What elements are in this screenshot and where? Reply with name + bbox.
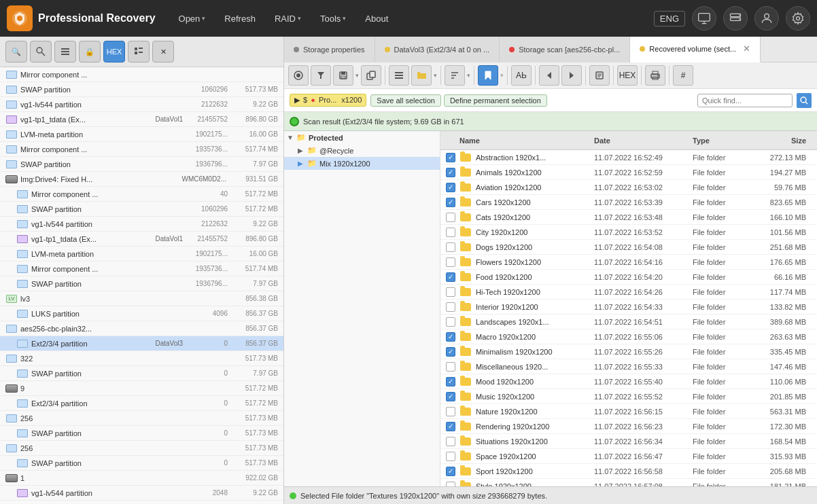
- checkbox-2[interactable]: [446, 183, 455, 192]
- path-folder-btn[interactable]: ▶ $ ● Pro... x1200: [290, 94, 366, 107]
- left-list-item[interactable]: aes256-cbc-plain32... 856.37 GB: [0, 321, 283, 336]
- menu-about[interactable]: About: [358, 10, 395, 28]
- left-list-item[interactable]: Mirror component ... 1935736... 517.74 M…: [0, 262, 283, 276]
- table-row[interactable]: Interior 1920x1200 11.07.2022 16:54:33 F…: [440, 300, 817, 314]
- left-list-item[interactable]: 256 517.73 MB: [0, 441, 283, 456]
- row-checkbox-7[interactable]: [446, 257, 459, 267]
- left-list-item[interactable]: Img:Drive4: Fixed H... WMC6M0D2... 931.5…: [0, 172, 283, 187]
- row-checkbox-16[interactable]: [446, 392, 459, 401]
- menu-raid[interactable]: RAID▾: [268, 10, 308, 28]
- table-row[interactable]: Landscapes 1920x1... 11.07.2022 16:54:51…: [440, 314, 817, 329]
- left-lock-btn[interactable]: 🔒: [79, 41, 101, 62]
- table-row[interactable]: Minimalism 1920x1200 11.07.2022 16:55:26…: [440, 344, 817, 359]
- rt-select-all[interactable]: [288, 65, 309, 86]
- row-checkbox-4[interactable]: [446, 213, 459, 222]
- row-checkbox-17[interactable]: [446, 407, 459, 416]
- table-row[interactable]: Mood 1920x1200 11.07.2022 16:55:40 File …: [440, 374, 817, 389]
- row-checkbox-0[interactable]: [446, 153, 459, 162]
- table-row[interactable]: Sport 1920x1200 11.07.2022 16:56:58 File…: [440, 464, 817, 479]
- checkbox-9[interactable]: [446, 287, 455, 297]
- left-list-item[interactable]: LV lv3 856.38 GB: [0, 291, 283, 306]
- table-row[interactable]: Music 1920x1200 11.07.2022 16:55:52 File…: [440, 389, 817, 404]
- table-row[interactable]: Flowers 1920x1200 11.07.2022 16:54:16 Fi…: [440, 255, 817, 270]
- row-checkbox-1[interactable]: [446, 168, 459, 177]
- checkbox-1[interactable]: [446, 168, 455, 177]
- rt-search-text[interactable]: АЬ: [511, 65, 532, 86]
- table-row[interactable]: Cats 1920x1200 11.07.2022 16:53:48 File …: [440, 210, 817, 225]
- monitor-icon-btn[interactable]: [692, 6, 716, 31]
- left-list-item[interactable]: SWAP partition 0 517.73 MB: [0, 456, 283, 471]
- row-checkbox-21[interactable]: [446, 467, 459, 476]
- checkbox-0[interactable]: [446, 153, 455, 162]
- checkbox-21[interactable]: [446, 467, 455, 476]
- checkbox-11[interactable]: [446, 317, 455, 327]
- table-row[interactable]: City 1920x1200 11.07.2022 16:53:52 File …: [440, 225, 817, 240]
- row-checkbox-11[interactable]: [446, 317, 459, 327]
- left-search-btn[interactable]: 🔍: [5, 41, 27, 62]
- row-checkbox-18[interactable]: [446, 422, 459, 431]
- tree-item-mix[interactable]: ▶ 📁 Mix 1920x1200: [284, 157, 440, 170]
- rt-sort[interactable]: [445, 65, 465, 86]
- left-list-item[interactable]: Ext2/3/4 partition 0 517.72 MB: [0, 396, 283, 411]
- left-view-btn[interactable]: [54, 41, 76, 62]
- left-list-item[interactable]: SWAP partition 0 7.97 GB: [0, 366, 283, 381]
- left-list-item[interactable]: SWAP partition 1060296 517.72 MB: [0, 202, 283, 217]
- rt-print[interactable]: [645, 65, 665, 86]
- checkbox-12[interactable]: [446, 332, 455, 342]
- checkbox-18[interactable]: [446, 422, 455, 431]
- checkbox-17[interactable]: [446, 407, 455, 416]
- tree-item-recycle[interactable]: ▶ 📁 @Recycle: [284, 144, 440, 157]
- menu-open[interactable]: Open▾: [172, 10, 213, 28]
- rt-next[interactable]: [561, 65, 582, 86]
- left-list-item[interactable]: LUKS partition 4096 856.37 GB: [0, 306, 283, 321]
- checkbox-8[interactable]: [446, 272, 455, 282]
- row-checkbox-20[interactable]: [446, 452, 459, 461]
- row-checkbox-12[interactable]: [446, 332, 459, 342]
- menu-refresh[interactable]: Refresh: [218, 10, 262, 28]
- left-list-item[interactable]: vg1-tp1_tdata (Ex... DataVol1 21455752 8…: [0, 232, 283, 247]
- left-list-item[interactable]: SWAP partition 1060296 517.73 MB: [0, 82, 283, 97]
- rt-list-view[interactable]: [389, 65, 409, 86]
- checkbox-15[interactable]: [446, 377, 455, 386]
- checkbox-19[interactable]: [446, 437, 455, 446]
- row-checkbox-10[interactable]: [446, 302, 459, 312]
- left-list-item[interactable]: Mirror component ...: [0, 67, 283, 82]
- table-row[interactable]: Situations 1920x1200 11.07.2022 16:56:34…: [440, 434, 817, 449]
- row-checkbox-22[interactable]: [446, 482, 459, 487]
- left-list-item[interactable]: 256 517.73 MB: [0, 411, 283, 426]
- tab-recovered[interactable]: Recovered volume (sect... ✕: [630, 37, 761, 62]
- checkbox-14[interactable]: [446, 362, 455, 372]
- left-hex-btn[interactable]: HEX: [103, 41, 125, 62]
- save-all-selection-btn[interactable]: Save all selection: [370, 94, 441, 107]
- row-checkbox-5[interactable]: [446, 228, 459, 237]
- tab-close-recovered[interactable]: ✕: [743, 43, 750, 54]
- left-close-btn[interactable]: ✕: [152, 41, 174, 62]
- table-row[interactable]: Food 1920x1200 11.07.2022 16:54:20 File …: [440, 270, 817, 285]
- row-checkbox-6[interactable]: [446, 242, 459, 252]
- left-list-item[interactable]: vg1-tp1_tdata (Ex... DataVol1 21455752 8…: [0, 112, 283, 127]
- row-checkbox-2[interactable]: [446, 183, 459, 192]
- row-checkbox-15[interactable]: [446, 377, 459, 386]
- left-list-item[interactable]: 322 517.73 MB: [0, 351, 283, 366]
- checkbox-7[interactable]: [446, 257, 455, 267]
- row-checkbox-13[interactable]: [446, 347, 459, 357]
- left-filter-btn[interactable]: [30, 41, 52, 62]
- left-list-item[interactable]: 1 922.02 GB: [0, 471, 283, 486]
- tree-root[interactable]: ▼ 📁 Protected: [284, 131, 440, 144]
- checkbox-13[interactable]: [446, 347, 455, 357]
- rt-properties[interactable]: [589, 65, 610, 86]
- user-icon-btn[interactable]: [754, 6, 779, 31]
- checkbox-20[interactable]: [446, 452, 455, 461]
- tab-storage[interactable]: Storage properties: [284, 37, 375, 62]
- table-row[interactable]: Space 1920x1200 11.07.2022 16:56:47 File…: [440, 449, 817, 464]
- rt-prev[interactable]: [539, 65, 559, 86]
- left-list-item[interactable]: vg1-lv544 partition 2048 9.22 GB: [0, 486, 283, 501]
- rt-hex[interactable]: HEX: [617, 65, 638, 86]
- rt-copy[interactable]: [361, 65, 381, 86]
- table-row[interactable]: Nature 1920x1200 11.07.2022 16:56:15 Fil…: [440, 404, 817, 419]
- search-btn[interactable]: [797, 93, 812, 108]
- checkbox-16[interactable]: [446, 392, 455, 401]
- menu-tools[interactable]: Tools▾: [313, 10, 353, 28]
- table-row[interactable]: Animals 1920x1200 11.07.2022 16:52:59 Fi…: [440, 165, 817, 180]
- checkbox-22[interactable]: [446, 482, 455, 487]
